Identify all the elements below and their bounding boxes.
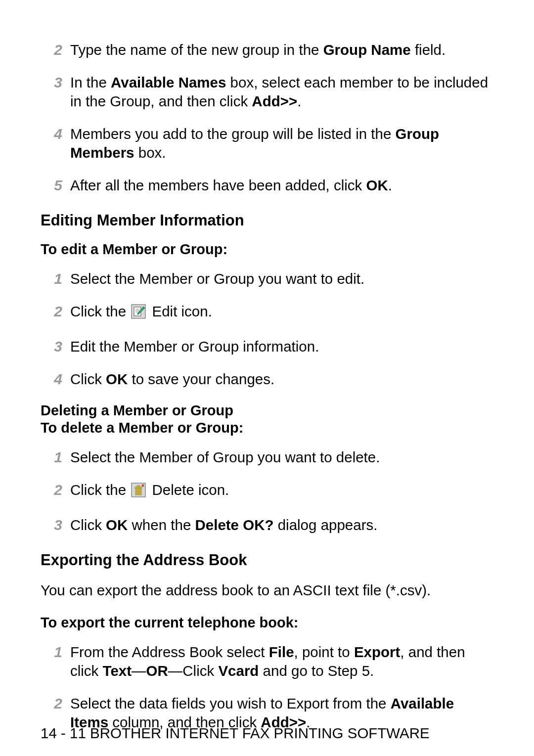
bold-text: Text [103,663,132,679]
list-item: 3 Edit the Member or Group information. [41,337,495,356]
step-text: In the Available Names box, select each … [70,73,495,111]
list-item: 5 After all the members have been added,… [41,176,495,195]
bold-text: OK [366,177,388,193]
text: Click the [70,482,130,498]
text: . [388,177,392,193]
bold-text: Available Names [111,74,226,90]
export-intro-paragraph: You can export the address book to an AS… [41,581,495,600]
text: Type the name of the new group in the [70,42,323,58]
step-text: From the Address Book select File, point… [70,643,495,680]
text: Click [70,517,106,533]
list-item: 2 Click the Delete icon. [41,481,495,502]
text: Members you add to the group will be lis… [70,126,396,142]
text: to save your changes. [128,371,274,387]
text: , point to [294,644,354,660]
text: —Click [168,663,219,679]
step-number: 3 [41,73,70,92]
text: Click the [70,303,130,319]
bold-text: Group Name [323,42,411,58]
step-number: 2 [41,41,70,59]
step-number: 5 [41,176,70,195]
subheading-delete-member-group: To delete a Member or Group: [41,420,495,436]
step-text: Click OK when the Delete OK? dialog appe… [70,516,495,534]
edit-icon [131,304,146,323]
list-item: 3 In the Available Names box, select eac… [41,73,495,111]
text: and go to Step 5. [259,663,374,679]
document-page: 2 Type the name of the new group in the … [0,0,534,756]
step-text: Click OK to save your changes. [70,370,495,389]
text: — [132,663,146,679]
list-item: 3 Click OK when the Delete OK? dialog ap… [41,516,495,534]
step-text: Select the Member or Group you want to e… [70,269,495,288]
step-text: Select the Member of Group you want to d… [70,448,495,467]
bold-text: OK [106,517,128,533]
step-number: 2 [41,694,70,713]
bold-text: OR [146,663,168,679]
step-number: 4 [41,125,70,143]
step-number: 3 [41,516,70,534]
heading-exporting-address-book: Exporting the Address Book [41,551,495,569]
export-steps-list: 1 From the Address Book select File, poi… [41,643,495,732]
page-footer: 14 - 11 BROTHER INTERNET FAX PRINTING SO… [41,725,430,742]
bold-text: Vcard [218,663,259,679]
list-item: 2 Click the Edit icon. [41,302,495,323]
step-text: Click the Edit icon. [70,302,495,323]
step-number: 1 [41,643,70,662]
bold-text: Delete OK? [195,517,273,533]
step-text: Type the name of the new group in the Gr… [70,41,495,59]
step-number: 4 [41,370,70,389]
subheading-edit-member-group: To edit a Member or Group: [41,241,495,258]
text: dialog appears. [274,517,378,533]
text: After all the members have been added, c… [70,177,366,193]
step-text: Edit the Member or Group information. [70,337,495,356]
bold-text: File [269,644,294,660]
step-number: 1 [41,269,70,288]
list-item: 1 Select the Member of Group you want to… [41,448,495,467]
svg-rect-11 [137,486,140,487]
group-steps-list: 2 Type the name of the new group in the … [41,41,495,195]
delete-icon [131,483,146,502]
text: Click [70,371,106,387]
bold-text: Add>> [252,93,297,109]
list-item: 1 Select the Member or Group you want to… [41,269,495,288]
delete-steps-list: 1 Select the Member of Group you want to… [41,448,495,534]
step-number: 2 [41,481,70,499]
text: In the [70,74,111,90]
bold-text: Export [354,644,400,660]
list-item: 2 Type the name of the new group in the … [41,41,495,59]
heading-deleting-member-group: Deleting a Member or Group [41,402,495,419]
step-text: Click the Delete icon. [70,481,495,502]
heading-editing-member-info: Editing Member Information [41,212,495,229]
text: when the [128,517,195,533]
text: From the Address Book select [70,644,269,660]
text: Select the data fields you wish to Expor… [70,695,391,712]
list-item: 1 From the Address Book select File, poi… [41,643,495,680]
step-number: 1 [41,448,70,467]
text: Delete icon. [148,482,229,498]
step-text: After all the members have been added, c… [70,176,495,195]
subheading-export-telephone-book: To export the current telephone book: [41,615,495,631]
text: Edit icon. [148,303,212,319]
step-number: 3 [41,337,70,356]
edit-steps-list: 1 Select the Member or Group you want to… [41,269,495,389]
text: field. [411,42,446,58]
step-number: 2 [41,302,70,321]
bold-text: OK [106,371,128,387]
step-text: Members you add to the group will be lis… [70,125,495,162]
list-item: 4 Members you add to the group will be l… [41,125,495,162]
list-item: 4 Click OK to save your changes. [41,370,495,389]
text: . [297,93,301,109]
text: box. [134,144,166,161]
